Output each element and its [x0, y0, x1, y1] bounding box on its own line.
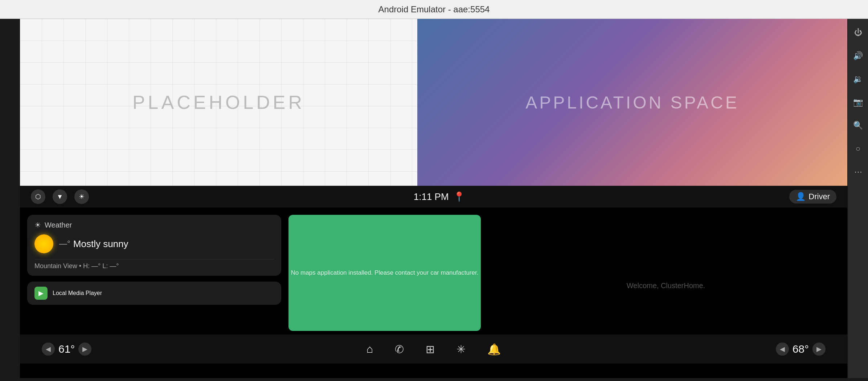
emulator-window: PLACEHOLDER APPLICATION SPACE ⬡ ▼ ☀ 1:11…: [20, 19, 847, 378]
camera-icon[interactable]: 📷: [852, 96, 865, 109]
sun-icon: [34, 234, 53, 253]
temp-right-decrease[interactable]: ◀: [776, 343, 789, 356]
media-card[interactable]: ▶ Local Media Player: [27, 282, 281, 305]
status-bar-right: 👤 Driver: [789, 190, 836, 204]
bluetooth-icon[interactable]: ⬡: [31, 189, 45, 204]
temp-right-increase[interactable]: ▶: [812, 343, 826, 356]
title-bar-text: Android Emulator - aae:5554: [378, 4, 490, 15]
cluster-welcome: Welcome, ClusterHome.: [627, 282, 705, 290]
weather-location: Mountain View • H: —° L: —°: [34, 259, 274, 270]
nav-right: ◀ 68° ▶: [776, 343, 826, 356]
circle-icon[interactable]: ○: [852, 142, 865, 155]
home-nav-icon[interactable]: ⌂: [367, 343, 373, 355]
wifi-icon[interactable]: ▼: [53, 189, 67, 204]
time-display: 1:11 PM: [414, 191, 449, 202]
fan-nav-icon[interactable]: ✳: [456, 343, 466, 356]
more-icon[interactable]: ⋯: [852, 165, 865, 179]
phone-nav-icon[interactable]: ✆: [395, 343, 404, 356]
media-label: Local Media Player: [53, 290, 102, 296]
status-bar: ⬡ ▼ ☀ 1:11 PM 📍 👤 Driver: [20, 186, 847, 208]
power-icon[interactable]: ⏻: [852, 26, 865, 39]
placeholder-text: PLACEHOLDER: [132, 91, 305, 113]
weather-card[interactable]: ☀ Weather —° Mostly sunny Mountain View …: [27, 215, 281, 276]
temp-right-display: ◀ 68° ▶: [776, 343, 826, 356]
location-icon: 📍: [453, 191, 465, 202]
map-message: No maps application installed. Please co…: [291, 269, 479, 276]
status-bar-left: ⬡ ▼ ☀: [31, 189, 89, 204]
sidebar-controls: ⏻ 🔊 🔉 📷 🔍 ○ ⋯: [848, 19, 868, 378]
media-app-icon: ▶: [34, 287, 48, 300]
nav-center: ⌂ ✆ ⊞ ✳ 🔔: [367, 343, 501, 356]
volume-up-icon[interactable]: 🔊: [852, 49, 865, 62]
title-bar: Android Emulator - aae:5554: [0, 0, 868, 19]
temp-left-decrease[interactable]: ◀: [42, 343, 55, 356]
status-bar-center: 1:11 PM 📍: [414, 191, 465, 202]
grid-nav-icon[interactable]: ⊞: [426, 343, 435, 356]
placeholder-panel: PLACEHOLDER: [20, 19, 417, 186]
weather-info: —° Mostly sunny: [59, 238, 128, 250]
person-icon: 👤: [796, 192, 806, 201]
temp-left-increase[interactable]: ▶: [78, 343, 91, 356]
brightness-icon[interactable]: ☀: [74, 189, 89, 204]
temp-left-value: 61°: [58, 343, 75, 355]
nav-bar: ◀ 61° ▶ ⌂ ✆ ⊞ ✳ 🔔 ◀ 68° ▶: [20, 335, 847, 364]
volume-down-icon[interactable]: 🔉: [852, 73, 865, 86]
weather-header-icon: ☀: [34, 221, 41, 229]
temp-left-display: ◀ 61° ▶: [42, 343, 91, 356]
temp-right-value: 68°: [793, 343, 809, 355]
zoom-icon[interactable]: 🔍: [852, 119, 865, 132]
driver-label: Driver: [808, 192, 830, 201]
app-space-text: APPLICATION SPACE: [525, 93, 739, 112]
top-section: PLACEHOLDER APPLICATION SPACE: [20, 19, 847, 186]
driver-button[interactable]: 👤 Driver: [789, 190, 836, 204]
weather-header: ☀ Weather: [34, 221, 274, 229]
app-space-panel: APPLICATION SPACE: [417, 19, 847, 186]
weather-dash: —°: [59, 239, 70, 249]
nav-left: ◀ 61° ▶: [42, 343, 91, 356]
weather-main: —° Mostly sunny: [34, 234, 274, 253]
weather-condition: Mostly sunny: [73, 238, 128, 250]
bell-nav-icon[interactable]: 🔔: [487, 343, 501, 356]
map-panel: No maps application installed. Please co…: [288, 215, 481, 331]
weather-title: Weather: [45, 221, 72, 229]
